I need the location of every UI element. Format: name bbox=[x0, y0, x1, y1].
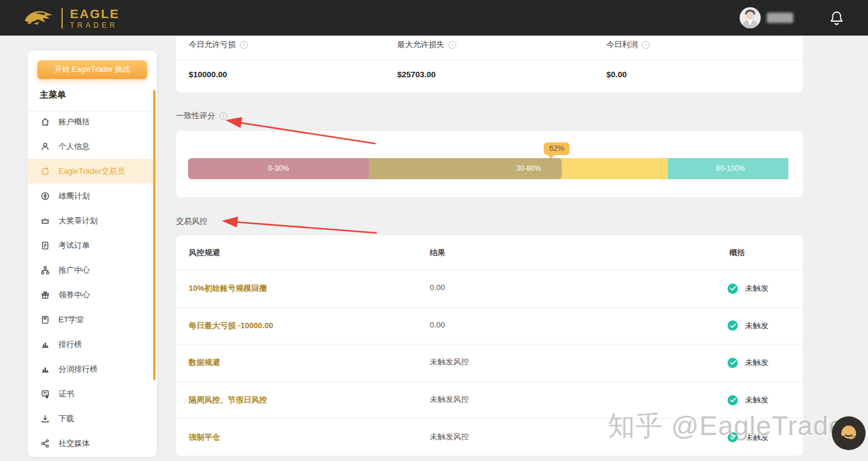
sidebar-item-promotion-center[interactable]: 推广中心 bbox=[28, 258, 157, 282]
section-title-text: 交易风控 bbox=[176, 216, 207, 227]
sidebar-item-label: 个人信息 bbox=[58, 141, 90, 152]
col-header-result: 结果 bbox=[430, 247, 445, 258]
start-challenge-button[interactable]: 开始 EagleTrader 挑战 bbox=[37, 60, 147, 79]
consistency-score-bar: 0-30% 30-80% 80-100% bbox=[188, 158, 791, 179]
sidebar-item-eagle-plan[interactable]: 雄鹰计划 bbox=[28, 183, 157, 208]
sidebar-item-label: 下载 bbox=[58, 413, 74, 424]
status-text: 未触发 bbox=[745, 357, 769, 368]
sidebar-item-eagletrader-trader[interactable]: EagleTrader交易员 bbox=[28, 159, 157, 183]
status-text: 未触发 bbox=[745, 320, 769, 331]
stat-label-text: 今日利润 bbox=[606, 39, 638, 50]
menu-list: 账户概括 个人信息 EagleTrader交易员 雄鹰计划 大奖章计划 考试订单 bbox=[28, 109, 157, 456]
rule-name: 强制平仓 bbox=[189, 432, 220, 443]
status-text: 未触发 bbox=[745, 395, 769, 405]
crown-icon bbox=[40, 216, 50, 226]
sidebar-item-label: 证书 bbox=[58, 389, 74, 399]
avatar[interactable] bbox=[740, 7, 761, 28]
rule-name: 隔周风控、节假日风控 bbox=[189, 395, 267, 405]
rule-result: 未触发风控 bbox=[430, 394, 469, 405]
brand-divider bbox=[61, 8, 63, 28]
sidebar-item-label: 排行榜 bbox=[58, 339, 82, 350]
check-icon bbox=[728, 358, 738, 368]
rule-status: 未触发 bbox=[728, 357, 769, 368]
risk-control-title: 交易风控 bbox=[176, 216, 207, 227]
headset-icon bbox=[838, 421, 860, 445]
check-icon bbox=[728, 395, 738, 405]
user-menu[interactable] bbox=[740, 7, 793, 28]
segment-label: 80-100% bbox=[716, 158, 745, 179]
certificate-icon bbox=[40, 389, 50, 399]
header-right bbox=[740, 7, 844, 28]
sidebar-item-certificate[interactable]: 证书 bbox=[28, 381, 157, 406]
sidebar-item-label: ET学堂 bbox=[58, 314, 84, 325]
rule-result: 0.00 bbox=[430, 320, 445, 329]
sidebar-item-leaderboard[interactable]: 排行榜 bbox=[28, 332, 157, 357]
sidebar-item-exam-orders[interactable]: 考试订单 bbox=[28, 233, 157, 258]
rule-status: 未触发 bbox=[728, 283, 769, 294]
sidebar-item-account-overview[interactable]: 账户概括 bbox=[28, 109, 157, 134]
rule-result: 未触发风控 bbox=[430, 431, 469, 442]
risk-table-header: 风控规避 结果 概括 bbox=[176, 235, 803, 270]
sidebar-item-label: EagleTrader交易员 bbox=[58, 166, 125, 177]
book-icon bbox=[40, 315, 50, 325]
share-icon bbox=[40, 439, 50, 448]
watermark: 知乎 @EagleTrader bbox=[608, 408, 854, 444]
stat-label-max-allowed-loss: 最大允许损失 i bbox=[397, 39, 456, 50]
sidebar-item-personal-info[interactable]: 个人信息 bbox=[28, 134, 157, 159]
sidebar-item-medallion-plan[interactable]: 大奖章计划 bbox=[28, 208, 157, 233]
rule-name: 数据规避 bbox=[189, 357, 220, 368]
customer-service-button[interactable] bbox=[832, 416, 866, 450]
info-icon[interactable]: i bbox=[219, 112, 227, 120]
sidebar-item-label: 领券中心 bbox=[58, 290, 90, 300]
check-icon bbox=[728, 284, 738, 294]
section-title-text: 一致性评分 bbox=[176, 110, 215, 121]
rule-result: 0.00 bbox=[430, 284, 445, 293]
consistency-score-card: 62% 0-30% 30-80% 80-100% bbox=[176, 131, 803, 197]
brand-text: EAGLE TRADER bbox=[70, 7, 119, 29]
sidebar-item-label: 雄鹰计划 bbox=[58, 191, 90, 202]
bell-icon[interactable] bbox=[829, 10, 844, 26]
score-marker-tooltip: 62% bbox=[544, 142, 570, 155]
bar-chart-icon bbox=[40, 340, 50, 349]
table-row: 每日最大亏损 -10000.00 0.00 未触发 bbox=[176, 307, 803, 345]
sidebar-item-label: 账户概括 bbox=[58, 116, 90, 127]
score-segment-30-80-unfilled bbox=[559, 158, 668, 179]
stats-divider bbox=[176, 60, 803, 60]
stat-value-today-profit: $0.00 bbox=[606, 70, 627, 79]
rule-status: 未触发 bbox=[728, 320, 769, 331]
info-icon[interactable]: i bbox=[642, 41, 650, 49]
table-row: 10%初始账号规模回撤 0.00 未触发 bbox=[176, 270, 803, 307]
sidebar: 开始 EagleTrader 挑战 主菜单 账户概括 个人信息 EagleTra… bbox=[28, 51, 157, 457]
sidebar-item-download[interactable]: 下载 bbox=[28, 406, 157, 431]
sidebar-item-profit-leaderboard[interactable]: 分润排行榜 bbox=[28, 357, 157, 381]
sidebar-item-et-school[interactable]: ET学堂 bbox=[28, 307, 157, 332]
segment-label: 0-30% bbox=[268, 158, 289, 179]
status-text: 未触发 bbox=[745, 283, 769, 294]
top-header: EAGLE TRADER bbox=[0, 0, 868, 36]
rule-status: 未触发 bbox=[728, 395, 769, 405]
eagle-logo-icon bbox=[23, 7, 54, 30]
download-icon bbox=[40, 414, 50, 424]
check-icon bbox=[728, 320, 738, 331]
compass-icon bbox=[40, 191, 50, 201]
daily-stats-card: 今日允许亏损 i 最大允许损失 i 今日利润 i $10000.00 $2570… bbox=[176, 36, 803, 92]
brand-logo: EAGLE TRADER bbox=[23, 7, 119, 30]
col-header-rule: 风控规避 bbox=[189, 247, 220, 258]
brand-name: EAGLE bbox=[70, 7, 119, 20]
sidebar-item-label: 分润排行榜 bbox=[58, 364, 98, 375]
stat-label-today-profit: 今日利润 i bbox=[606, 39, 650, 50]
stat-label-text: 今日允许亏损 bbox=[189, 39, 236, 50]
stat-label-daily-allowed-loss: 今日允许亏损 i bbox=[189, 39, 248, 50]
network-icon bbox=[40, 265, 50, 275]
sidebar-item-label: 推广中心 bbox=[58, 265, 90, 276]
sidebar-item-coupon-center[interactable]: 领券中心 bbox=[28, 282, 157, 307]
sidebar-scrollbar[interactable] bbox=[153, 90, 156, 380]
sidebar-item-social-media[interactable]: 社交媒体 bbox=[28, 431, 157, 456]
stat-value-daily-allowed-loss: $10000.00 bbox=[189, 70, 227, 79]
eagletrader-dashboard: EAGLE TRADER 开始 EagleTrader 挑战 主菜单 bbox=[0, 0, 868, 461]
stat-value-max-allowed-loss: $25703.00 bbox=[397, 70, 436, 79]
info-icon[interactable]: i bbox=[240, 41, 248, 49]
info-icon[interactable]: i bbox=[448, 41, 456, 49]
brand-subname: TRADER bbox=[70, 22, 119, 29]
username-redacted bbox=[767, 13, 793, 23]
